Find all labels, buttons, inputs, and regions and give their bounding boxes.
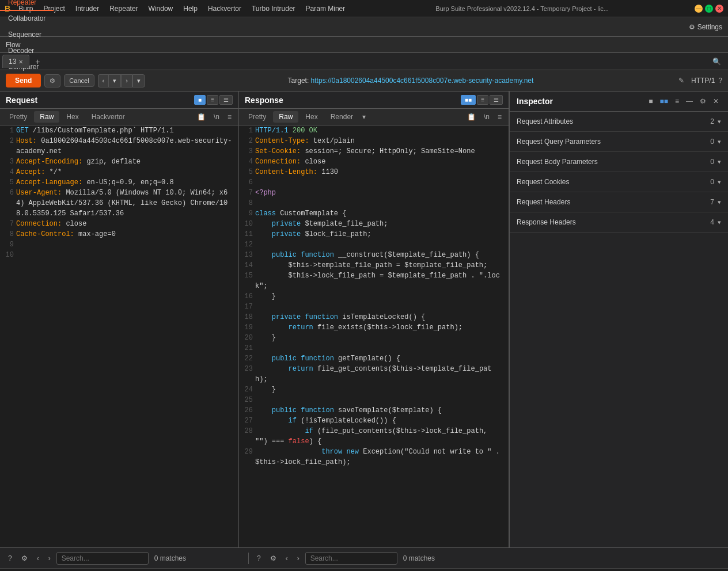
next-request-button[interactable]: › — [121, 74, 132, 87]
inspector-item-3[interactable]: Request Cookies 0 ▾ — [510, 172, 728, 192]
prev-dropdown-button[interactable]: ▾ — [108, 74, 121, 87]
menu-item-intruder[interactable]: Intruder — [71, 3, 104, 14]
request-tab-pretty[interactable]: Pretty — [3, 111, 33, 123]
request-pretty-view-icon[interactable]: ■ — [194, 95, 206, 105]
inspector-minimize-icon[interactable]: — — [684, 96, 695, 106]
inspector-chevron-icon: ▾ — [718, 178, 721, 186]
menu-item-help[interactable]: Help — [179, 3, 202, 14]
request-save-icon[interactable]: 📋 — [194, 111, 209, 123]
response-next-button[interactable]: › — [294, 553, 303, 564]
menu-item-param miner[interactable]: Param Miner — [301, 3, 350, 14]
menu-item-turbo intruder[interactable]: Turbo Intruder — [247, 3, 300, 14]
inspector-chevron-icon: ▾ — [718, 199, 721, 206]
request-search-input[interactable] — [56, 552, 149, 565]
response-settings-button[interactable]: ⚙ — [267, 553, 280, 564]
request-tab-hackvertor[interactable]: Hackvertor — [86, 111, 131, 123]
request-panel-title: Request — [6, 96, 192, 105]
request-view-icons: ■ ≡ ☰ — [194, 95, 233, 105]
inspector-list-icon[interactable]: ≡ — [673, 96, 681, 106]
code-line: 1 HTTP/1.1 200 OK — [239, 125, 509, 136]
code-line: 18 private function isTemplateLocked() { — [239, 312, 509, 322]
request-tab-hex[interactable]: Hex — [60, 111, 84, 123]
request-next-button[interactable]: › — [45, 553, 54, 564]
code-line: 13 public function __construct($template… — [239, 250, 509, 260]
response-ln-toggle[interactable]: \n — [480, 111, 493, 123]
prev-request-button[interactable]: ‹ — [98, 74, 109, 87]
settings-button[interactable]: ⚙ Settings — [683, 20, 728, 35]
inspector-view1-icon[interactable]: ■ — [646, 96, 655, 106]
inspector-item-2[interactable]: Request Body Parameters 0 ▾ — [510, 152, 728, 172]
response-help-button[interactable]: ? — [253, 553, 264, 564]
code-line: 22 public function getTemplate() { — [239, 353, 509, 364]
code-line: 28 if (file_put_contents($this->lock_fil… — [239, 426, 509, 447]
cancel-button[interactable]: Cancel — [64, 74, 94, 87]
inspector-item-count: 2 — [710, 117, 714, 125]
inspector-item-0[interactable]: Request Attributes 2 ▾ — [510, 112, 728, 132]
request-ln-toggle[interactable]: \n — [210, 111, 223, 123]
request-raw-view-icon[interactable]: ≡ — [207, 95, 218, 105]
repeater-tab-13[interactable]: 13✕ — [2, 55, 29, 68]
send-options-button[interactable]: ⚙ — [44, 74, 60, 87]
code-line: 7 Connection: close — [0, 219, 238, 229]
response-search-section: ? ⚙ ‹ › 0 matches — [253, 552, 723, 565]
target-prefix: Target: — [288, 77, 311, 85]
menu-item-hackvertor[interactable]: Hackvertor — [203, 3, 246, 14]
inspector-settings-icon[interactable]: ⚙ — [697, 96, 708, 106]
response-dropdown-icon[interactable]: ▾ — [360, 111, 368, 123]
nav-tab-repeater[interactable]: Repeater — [0, 0, 54, 11]
response-side-view-icon[interactable]: ■■ — [461, 95, 476, 105]
flow-bar: Flow — [0, 37, 728, 53]
inspector-panel: Inspector ■ ■■ ≡ — ⚙ ✕ Request Attribute… — [509, 92, 728, 547]
response-save-icon[interactable]: 📋 — [464, 111, 479, 123]
request-prev-button[interactable]: ‹ — [33, 553, 43, 564]
code-line: 2 Content-Type: text/plain — [239, 136, 509, 146]
edit-target-icon[interactable]: ✎ — [678, 77, 684, 85]
code-line: 6 — [239, 177, 509, 188]
request-menu-icon[interactable]: ≡ — [224, 111, 235, 123]
bottom-bar: ? ⚙ ‹ › 0 matches ? ⚙ ‹ › 0 matches — [0, 547, 728, 568]
tab-close-icon[interactable]: ✕ — [18, 59, 23, 65]
inspector-title: Inspector — [517, 97, 646, 106]
response-prev-button[interactable]: ‹ — [282, 553, 291, 564]
add-tab-button[interactable]: + — [31, 55, 44, 68]
request-tab-raw[interactable]: Raw — [34, 111, 59, 123]
inspector-item-1[interactable]: Request Query Parameters 0 ▾ — [510, 132, 728, 152]
nav-tab-collaborator[interactable]: Collaborator — [0, 11, 54, 27]
response-search-input[interactable] — [305, 552, 397, 565]
next-dropdown-button[interactable]: ▾ — [132, 74, 145, 87]
code-line: 23 return file_get_contents($this->templ… — [239, 364, 509, 385]
minimize-button[interactable]: — — [695, 5, 703, 13]
request-help-button[interactable]: ? — [5, 553, 16, 564]
tab-search-icon[interactable]: 🔍 — [708, 55, 726, 68]
response-tab-render[interactable]: Render — [325, 111, 359, 123]
code-line: 17 — [239, 302, 509, 312]
request-settings-button[interactable]: ⚙ — [18, 553, 31, 564]
response-tab-raw[interactable]: Raw — [273, 111, 298, 123]
tab-label: 13 — [9, 58, 16, 66]
maximize-button[interactable]: □ — [705, 5, 713, 13]
help-icon[interactable]: ? — [718, 77, 722, 85]
response-hex-view-icon[interactable]: ☰ — [490, 95, 503, 105]
close-button[interactable]: ✕ — [715, 5, 723, 13]
response-tab-hex[interactable]: Hex — [299, 111, 323, 123]
inspector-item-5[interactable]: Response Headers 4 ▾ — [510, 212, 728, 233]
inspector-item-count: 0 — [710, 138, 714, 146]
content-area: Request ■ ≡ ☰ Pretty Raw Hex Hackvertor … — [0, 92, 728, 547]
code-line: 20 } — [239, 333, 509, 343]
menu-item-repeater[interactable]: Repeater — [105, 3, 142, 14]
inspector-item-4[interactable]: Request Headers 7 ▾ — [510, 192, 728, 212]
settings-label: Settings — [697, 23, 722, 31]
code-line: 1 GET /libs/CustomTemplate.php` HTTP/1.1 — [0, 125, 238, 136]
request-search-section: ? ⚙ ‹ › 0 matches — [5, 552, 244, 565]
request-hex-view-icon[interactable]: ☰ — [219, 95, 233, 105]
response-raw-view-icon[interactable]: ≡ — [477, 95, 488, 105]
response-menu-icon[interactable]: ≡ — [494, 111, 505, 123]
menu-item-window[interactable]: Window — [144, 3, 178, 14]
inspector-item-count: 7 — [710, 198, 714, 206]
target-display: Target: https://0a18002604a44500c4c661f5… — [149, 77, 673, 85]
inspector-close-icon[interactable]: ✕ — [711, 96, 721, 106]
send-button[interactable]: Send — [6, 74, 41, 87]
response-tab-pretty[interactable]: Pretty — [242, 111, 272, 123]
inspector-view2-icon[interactable]: ■■ — [657, 96, 670, 106]
menu-bar: BurpProjectIntruderRepeaterWindowHelpHac… — [14, 3, 350, 14]
